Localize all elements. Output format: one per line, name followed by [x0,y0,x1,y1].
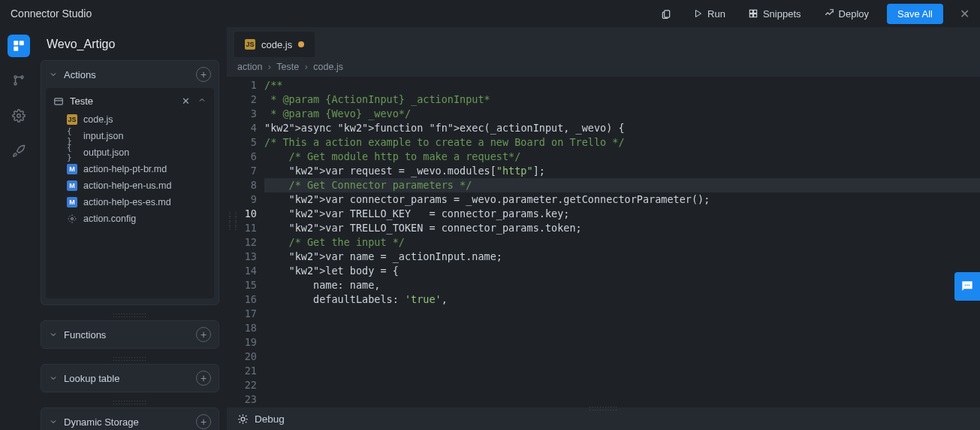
svg-rect-8 [14,47,18,51]
folder-close-icon[interactable]: ✕ [182,95,190,107]
debug-panel-header[interactable]: ::::::::::: Debug [227,407,980,430]
folder-name: Teste [70,95,93,107]
file-item[interactable]: action.config [46,210,214,227]
gear-icon[interactable] [9,106,29,128]
deploy-label: Deploy [839,8,869,20]
resize-handle-icon[interactable]: ::::::::::: [589,404,618,412]
file-name: action-help-es-es.md [83,197,171,207]
breadcrumb-item[interactable]: Teste [276,62,299,72]
svg-point-17 [965,285,966,286]
section-label: Lookup table [64,373,119,384]
file-item[interactable]: Maction-help-es-es.md [46,194,214,210]
svg-marker-1 [696,11,701,17]
svg-point-18 [966,285,968,286]
file-item[interactable]: { }input.json [46,128,214,144]
tree-folder[interactable]: Teste ✕ [46,91,214,111]
app-title: Connector Studio [11,8,92,20]
section-label: Dynamic Storage [64,416,139,428]
branch-icon[interactable] [9,71,29,92]
save-all-button[interactable]: Save All [887,4,943,24]
top-actions: Run Snippets Deploy Save All ✕ [656,4,969,24]
tabs-row: JS code.js [227,27,980,57]
section-label: Functions [64,329,106,341]
snippets-button[interactable]: Snippets [743,5,806,23]
run-label: Run [707,8,725,20]
clipboard-icon[interactable] [656,5,676,23]
chevron-down-icon [49,374,58,383]
add-lookup-button[interactable]: + [196,371,211,386]
svg-point-10 [14,83,17,85]
md-icon: M [67,180,77,191]
section-functions: Functions + [41,320,219,349]
svg-rect-2 [749,10,752,13]
json-icon: { } [67,131,77,141]
unsaved-dot-icon [298,41,304,47]
svg-rect-5 [754,14,757,17]
chevron-down-icon [49,330,58,339]
snippets-label: Snippets [763,8,801,20]
debug-label: Debug [255,413,285,425]
md-icon: M [67,197,77,207]
gear-icon [67,213,77,224]
deploy-button[interactable]: Deploy [819,5,873,23]
file-item[interactable]: Maction-help-en-us.md [46,177,214,194]
svg-point-9 [14,76,17,78]
sidebar: Wevo_Artigo Actions + Teste ✕ [38,27,227,430]
chevron-up-icon[interactable] [198,95,207,104]
svg-rect-3 [754,10,757,13]
chevron-down-icon [49,70,58,79]
breadcrumb-item[interactable]: code.js [313,62,343,72]
separator-dots: ::::::::::::: [38,353,222,364]
file-name: input.json [83,131,124,141]
add-function-button[interactable]: + [196,327,211,342]
section-lookup: Lookup table + [41,364,219,392]
svg-point-16 [241,417,245,421]
bug-icon [237,413,249,425]
tab-code-js[interactable]: JS code.js [234,32,315,57]
section-header-lookup[interactable]: Lookup table + [41,365,219,392]
svg-point-12 [17,114,21,118]
file-item[interactable]: { }output.json [46,144,214,161]
file-item[interactable]: Maction-help-pt-br.md [46,161,214,177]
gutter-handle-icon[interactable]: ⋮⋮⋮⋮⋮⋮⋮⋮ [227,212,234,230]
separator-dots: ::::::::::::: [38,310,222,320]
chat-widget-button[interactable] [954,272,980,301]
chevron-down-icon [49,417,58,426]
add-dynamic-button[interactable]: + [196,414,211,429]
left-rail [0,27,38,430]
svg-rect-7 [20,41,24,45]
logo-icon[interactable] [8,35,30,57]
section-header-actions[interactable]: Actions + [41,61,219,88]
editor-area: JS code.js action › Teste › code.js ⋮⋮⋮⋮… [227,27,980,430]
section-label: Actions [64,69,96,80]
svg-rect-0 [665,10,670,17]
project-name: Wevo_Artigo [38,32,222,60]
separator-dots: ::::::::::::: [38,397,222,407]
file-name: action.config [83,213,136,224]
close-icon[interactable]: ✕ [960,7,969,21]
file-item[interactable]: JScode.js [46,111,214,128]
svg-point-19 [969,285,970,286]
folder-icon [53,96,64,107]
svg-rect-4 [749,14,752,17]
breadcrumb: action › Teste › code.js [227,57,980,77]
section-actions: Actions + Teste ✕ JScode.js{ }input.json… [41,60,219,305]
file-name: action-help-en-us.md [83,180,171,191]
breadcrumb-item[interactable]: action [237,62,262,72]
section-dynamic: Dynamic Storage + [41,407,219,430]
add-action-button[interactable]: + [196,67,211,82]
md-icon: M [67,164,77,174]
section-header-dynamic[interactable]: Dynamic Storage + [41,408,219,430]
file-name: output.json [83,147,129,158]
svg-point-15 [71,218,74,220]
svg-rect-6 [14,41,18,45]
rocket-icon[interactable] [9,141,29,163]
run-button[interactable]: Run [689,5,730,23]
file-name: code.js [83,114,113,125]
tab-label: code.js [261,39,292,50]
json-icon: { } [67,147,77,158]
topbar: Connector Studio Run Snippets Deploy Sav… [0,0,980,27]
section-header-functions[interactable]: Functions + [41,321,219,348]
code-editor[interactable]: ⋮⋮⋮⋮⋮⋮⋮⋮ 1234567891011121314151617181920… [227,77,980,407]
js-icon: JS [245,39,255,50]
